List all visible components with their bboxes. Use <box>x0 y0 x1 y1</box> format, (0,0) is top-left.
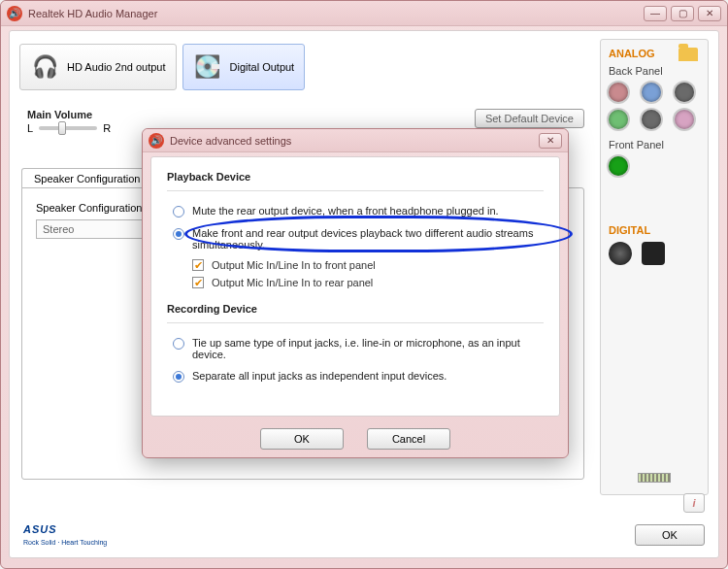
checkbox-label: Output Mic In/Line In to rear panel <box>212 277 373 288</box>
radio-label: Make front and rear output devices playb… <box>192 227 544 251</box>
device-advanced-settings-dialog: 🔊 Device advanced settings ✕ Playback De… <box>142 128 569 458</box>
maximize-button[interactable]: ▢ <box>671 6 694 21</box>
radio-separate-jacks[interactable]: Separate all input jacks as independent … <box>167 366 544 388</box>
close-button[interactable]: ✕ <box>698 6 721 21</box>
radio-tie-jacks[interactable]: Tie up same type of input jacks, i.e. li… <box>167 333 544 366</box>
checkbox-mic-to-rear[interactable]: ✔ Output Mic In/Line In to rear panel <box>167 274 544 291</box>
balance-slider[interactable] <box>39 126 97 130</box>
set-default-device-button[interactable]: Set Default Device <box>475 109 584 128</box>
tab-label: Digital Output <box>230 61 295 73</box>
digital-heading: DIGITAL <box>609 224 700 236</box>
tab-speaker-configuration[interactable]: Speaker Configuration <box>21 168 152 189</box>
ok-button[interactable]: OK <box>635 524 705 546</box>
digital-jack-round[interactable] <box>609 242 632 265</box>
radio-icon <box>173 228 184 240</box>
jack-back-1[interactable] <box>609 83 628 102</box>
radio-icon <box>173 206 184 218</box>
radio-icon <box>173 371 184 383</box>
checkbox-mic-to-front[interactable]: ✔ Output Mic In/Line In to front panel <box>167 256 544 274</box>
dialog-ok-button[interactable]: OK <box>260 428 344 450</box>
jack-back-3[interactable] <box>675 83 694 102</box>
jack-back-2[interactable] <box>642 83 661 102</box>
select-value: Stereo <box>43 223 74 235</box>
checkbox-label: Output Mic In/Line In to front panel <box>212 259 376 271</box>
tab-label: HD Audio 2nd output <box>67 61 166 73</box>
main-titlebar[interactable]: 🔊 Realtek HD Audio Manager — ▢ ✕ <box>1 1 727 26</box>
dialog-titlebar[interactable]: 🔊 Device advanced settings ✕ <box>143 129 568 152</box>
jack-back-5[interactable] <box>642 110 661 129</box>
window-title: Realtek HD Audio Manager <box>28 8 157 19</box>
asus-logo: ASUS Rock Solid · Heart Touching <box>23 514 107 546</box>
minimize-button[interactable]: — <box>644 6 667 21</box>
balance-left-label: L <box>27 122 33 134</box>
headphones-icon: 🎧 <box>30 52 59 82</box>
radio-label: Tie up same type of input jacks, i.e. li… <box>192 337 544 360</box>
dialog-footer: OK Cancel <box>143 428 568 450</box>
radio-label: Separate all input jacks as independent … <box>192 370 447 382</box>
checkbox-icon: ✔ <box>192 277 204 288</box>
speaker-icon: 🔊 <box>7 6 22 21</box>
dialog-body: Playback Device Mute the rear output dev… <box>150 156 560 417</box>
tab-hd-audio-2nd[interactable]: 🎧 HD Audio 2nd output <box>19 44 177 90</box>
connector-strip-icon <box>638 473 671 483</box>
speaker-icon: 🔊 <box>149 133 164 149</box>
digital-jack-optical[interactable] <box>642 242 665 265</box>
radio-mute-rear[interactable]: Mute the rear output device, when a fron… <box>167 201 544 223</box>
radio-label: Mute the rear output device, when a fron… <box>192 205 499 217</box>
device-icon: 💽 <box>193 52 222 82</box>
jack-front-1[interactable] <box>609 156 628 176</box>
dialog-close-button[interactable]: ✕ <box>539 133 562 149</box>
dialog-title: Device advanced settings <box>170 135 291 147</box>
jack-back-6[interactable] <box>675 110 694 129</box>
device-tabs: 🎧 HD Audio 2nd output 💽 Digital Output <box>19 39 602 95</box>
back-panel-label: Back Panel <box>609 65 700 77</box>
dialog-cancel-button[interactable]: Cancel <box>367 428 450 450</box>
front-panel-label: Front Panel <box>609 139 700 151</box>
radio-two-streams[interactable]: Make front and rear output devices playb… <box>167 223 544 256</box>
recording-device-heading: Recording Device <box>167 303 544 315</box>
balance-right-label: R <box>103 122 111 134</box>
playback-device-heading: Playback Device <box>167 171 544 183</box>
tab-digital-output[interactable]: 💽 Digital Output <box>182 44 306 90</box>
checkbox-icon: ✔ <box>192 259 204 271</box>
back-panel-jacks <box>609 83 700 129</box>
connector-panel: ANALOG Back Panel Front Panel DIGITAL <box>600 39 709 495</box>
jack-back-4[interactable] <box>609 110 628 129</box>
radio-icon <box>173 338 184 350</box>
info-button[interactable]: i <box>683 493 705 513</box>
folder-icon[interactable] <box>678 48 698 61</box>
